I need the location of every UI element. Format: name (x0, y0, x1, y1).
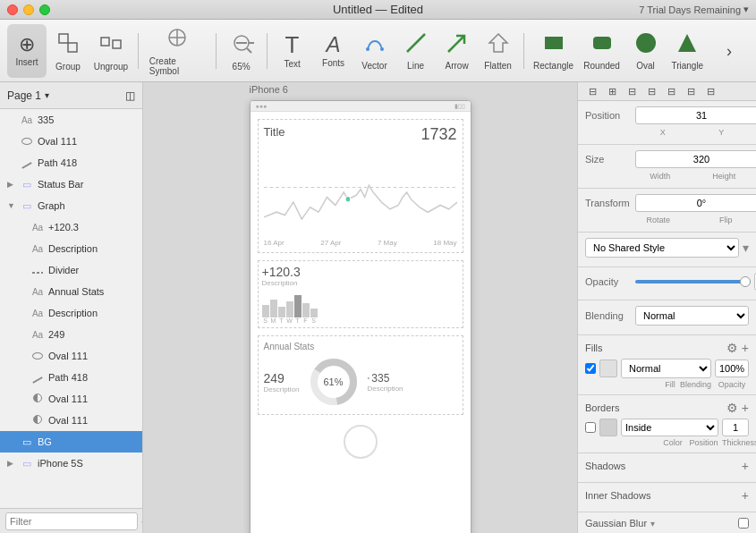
borders-add-button[interactable]: + (742, 401, 749, 415)
more-icon: › (726, 43, 732, 59)
width-input[interactable] (635, 150, 756, 168)
fills-checkbox[interactable] (585, 363, 596, 374)
stat-value: +120.3 (262, 265, 459, 279)
svg-line-8 (247, 48, 251, 53)
fills-header: Fills ⚙ + (585, 341, 749, 355)
flatten-tool[interactable]: Flatten (479, 24, 518, 78)
annual-stat-label: Description (264, 385, 300, 393)
layer-item[interactable]: Aa Annual Stats (0, 281, 142, 302)
fills-title: Fills (585, 343, 603, 353)
size-section: Size 🔗 Width Height (578, 145, 756, 189)
align-left-icon[interactable]: ⊟ (583, 82, 601, 100)
layer-item-iphone5s[interactable]: ▶ ▭ iPhone 5S (0, 453, 142, 474)
more-tool[interactable]: › (709, 24, 749, 78)
align-middle-icon[interactable]: ⊟ (642, 82, 660, 100)
svg-rect-14 (593, 37, 611, 49)
distribute-v-icon[interactable]: ⊟ (701, 82, 719, 100)
annual-title: Annual Stats (264, 342, 457, 351)
opacity-slider[interactable] (635, 280, 751, 283)
align-center-h-icon[interactable]: ⊞ (603, 82, 621, 100)
chart-title: Title (264, 125, 285, 139)
layer-item[interactable]: Aa Description (0, 302, 142, 324)
group-label: Group (55, 62, 81, 72)
borders-checkbox[interactable] (585, 422, 596, 433)
rectangle-tool[interactable]: Rectangle (529, 24, 577, 78)
fills-settings-icon[interactable]: ⚙ (726, 341, 738, 355)
insert-tool[interactable]: ⊕ Insert (7, 24, 47, 78)
fills-row-labels: Fill Blending Opacity (621, 380, 749, 389)
chart-canvas (264, 148, 457, 237)
blending-select[interactable]: Normal (635, 306, 749, 326)
shared-style-arrow-icon: ▾ (743, 241, 749, 255)
borders-position-select[interactable]: Inside (621, 419, 718, 436)
arrow-label: Arrow (445, 61, 468, 71)
close-button[interactable] (7, 4, 18, 15)
layer-item[interactable]: Divider (0, 259, 142, 281)
traffic-lights (7, 4, 50, 15)
oval-tool[interactable]: Oval (626, 24, 666, 78)
layer-item[interactable]: Aa 249 (0, 324, 142, 345)
borders-labels: Color Position Thickness (617, 438, 749, 447)
donut-label: 61% (324, 376, 344, 387)
blending-section: Blending Normal (578, 300, 756, 335)
oval-type-icon (20, 136, 34, 147)
minimize-button[interactable] (23, 4, 34, 15)
annual-content: 249 Description 61% (264, 355, 457, 409)
layer-item-graph[interactable]: ▼ ▭ Graph (0, 195, 142, 216)
inner-shadows-header: Inner Shadows + (585, 488, 749, 503)
zoom-tool[interactable]: 65% (222, 24, 261, 78)
fonts-tool[interactable]: A Fonts (314, 24, 353, 78)
fills-blending-select[interactable]: Normal (621, 359, 711, 378)
layer-item[interactable]: ▶ ▭ Status Bar (0, 173, 142, 195)
shadows-add-button[interactable]: + (742, 459, 749, 473)
layer-item[interactable]: Path 418 (0, 367, 142, 388)
vector-label: Vector (361, 61, 386, 71)
ungroup-tool[interactable]: Ungroup (89, 24, 132, 78)
canvas-area[interactable]: iPhone 6 ●●● ▮▯▯ Title 1732 (143, 82, 577, 533)
borders-header: Borders ⚙ + (585, 401, 749, 415)
layer-item[interactable]: Aa +120.3 (0, 216, 142, 238)
layer-item[interactable]: Oval 111 (0, 131, 142, 152)
arrow-tool[interactable]: Arrow (437, 24, 477, 78)
gaussian-blur-header: Gaussian Blur ▾ (585, 518, 749, 529)
page-header[interactable]: Page 1 ▾ ◫ (0, 82, 142, 109)
create-symbol-tool[interactable]: Create Symbol (144, 24, 210, 78)
text-tool[interactable]: T Text (273, 24, 312, 78)
layer-item[interactable]: Path 418 (0, 152, 142, 173)
text-type-icon: Aa (30, 309, 45, 318)
fills-add-button[interactable]: + (742, 341, 749, 355)
triangle-tool[interactable]: Triangle (667, 24, 708, 78)
align-top-icon[interactable]: ⊟ (623, 82, 641, 100)
inner-shadows-add-button[interactable]: + (742, 488, 749, 503)
shared-style-select[interactable]: No Shared Style (585, 238, 739, 258)
text-icon: T (285, 33, 300, 56)
svg-point-10 (380, 47, 384, 51)
folder-icon: ▭ (20, 458, 34, 470)
gaussian-blur-checkbox[interactable] (738, 518, 749, 529)
group-tool[interactable]: Group (48, 24, 88, 78)
fills-color-swatch[interactable] (599, 360, 617, 377)
layers-list: Aa 335 Oval 111 Path 418 ▶ ▭ Status Bar … (0, 109, 142, 508)
layer-item[interactable]: Aa Description (0, 238, 142, 259)
maximize-button[interactable] (39, 4, 50, 15)
insert-label: Insert (15, 57, 38, 67)
line-tool[interactable]: Line (396, 24, 436, 78)
borders-settings-icon[interactable]: ⚙ (726, 401, 738, 415)
layer-item[interactable]: Oval 111 (0, 388, 142, 410)
distribute-h-icon[interactable]: ⊟ (682, 82, 700, 100)
align-bottom-icon[interactable]: ⊟ (662, 82, 680, 100)
layer-item-bg[interactable]: ▭ BG (0, 431, 142, 453)
borders-thickness-input[interactable] (722, 419, 749, 436)
rounded-tool[interactable]: Rounded (580, 24, 624, 78)
layer-item[interactable]: Oval 111 (0, 345, 142, 367)
layer-item[interactable]: Oval 111 (0, 410, 142, 431)
gaussian-blur-chevron-icon: ▾ (650, 519, 655, 529)
filter-input[interactable] (5, 512, 138, 530)
fills-opacity-input[interactable] (715, 360, 749, 377)
layer-item[interactable]: Aa 335 (0, 109, 142, 131)
pos-x-input[interactable] (635, 106, 756, 124)
borders-color-swatch[interactable] (599, 419, 617, 436)
vector-tool[interactable]: Vector (355, 24, 395, 78)
sidebar-toggle-icon[interactable]: ◫ (125, 89, 135, 102)
rotate-input[interactable] (635, 194, 756, 212)
